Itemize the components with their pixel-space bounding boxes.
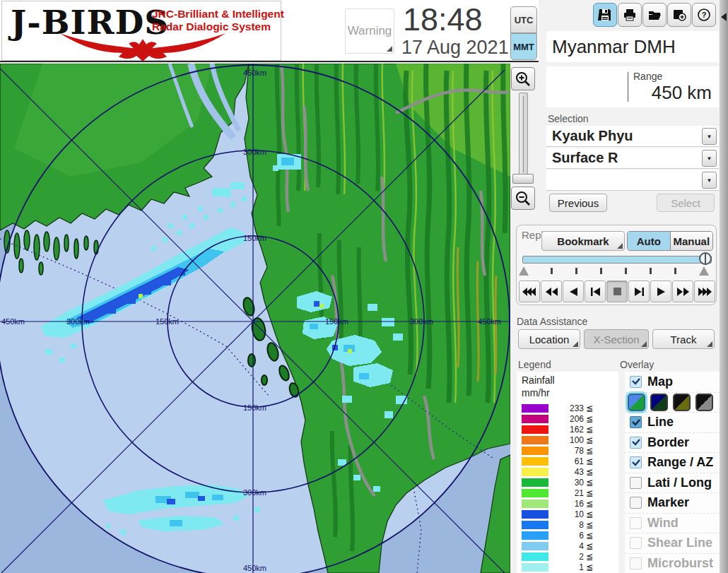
check-icon — [632, 419, 640, 426]
track-button[interactable]: Track — [652, 329, 715, 349]
eagle-logo-icon — [8, 33, 278, 62]
svg-text:300km: 300km — [66, 317, 90, 326]
legend-row: 21≦ — [517, 488, 618, 498]
timeline-end-marker[interactable] — [699, 266, 709, 276]
print-button[interactable] — [618, 3, 642, 27]
auto-mode-button[interactable]: Auto — [628, 232, 671, 250]
overlay-item-label: Line — [647, 415, 674, 430]
legend-value: 10 — [548, 509, 584, 519]
range-az-checkbox[interactable] — [630, 456, 642, 468]
legend-swatch — [522, 521, 548, 529]
selection-extra-dropdown[interactable]: ▼ — [546, 170, 719, 191]
panel-edge-strip[interactable] — [720, 0, 728, 573]
station-name: Myanmar DMH — [552, 36, 676, 58]
location-button[interactable]: Location — [518, 329, 580, 349]
map-zoom-slider-track[interactable] — [519, 93, 528, 176]
play-icon — [657, 288, 665, 296]
manual-mode-button[interactable]: Manual — [671, 232, 713, 250]
dropdown-arrow-button[interactable]: ▼ — [702, 128, 717, 145]
check-icon — [632, 439, 640, 446]
playback-stop-button[interactable] — [606, 280, 628, 302]
playback-play-reverse-button[interactable] — [563, 280, 584, 302]
legend-swatch — [522, 436, 548, 444]
legend-row: 2≦ — [517, 551, 618, 562]
legend-value: 162 — [548, 425, 584, 435]
replay-timeline-handle[interactable] — [699, 252, 712, 265]
map-style-swatch-2[interactable] — [650, 394, 668, 411]
map-zoom-slider-handle[interactable] — [512, 174, 534, 184]
line-checkbox[interactable] — [630, 416, 642, 428]
legend-scale: 233≦ 206≦ 162≦ 100≦ 78≦ 61≦ 43≦ 30≦ 21≦ … — [517, 403, 618, 572]
playback-fastest-rewind-button[interactable] — [519, 280, 540, 302]
overlay-item-border[interactable]: Border — [625, 432, 720, 453]
selection-site-dropdown[interactable]: Kyauk Phyu ▼ — [546, 126, 719, 147]
overlay-item-range-az[interactable]: Range / AZ — [625, 452, 720, 473]
wind-checkbox — [630, 517, 642, 529]
select-button[interactable]: Select — [657, 194, 715, 212]
legend-row: 206≦ — [517, 413, 618, 424]
map-style-swatch-4[interactable] — [695, 394, 713, 411]
legend-swatch — [522, 489, 548, 497]
border-checkbox[interactable] — [630, 437, 642, 449]
selection-site-value: Kyauk Phyu — [552, 128, 633, 144]
legend-row: 43≦ — [517, 466, 618, 477]
overlay-item-marker[interactable]: Marker — [625, 492, 720, 513]
overlay-item-line[interactable]: Line — [625, 412, 720, 432]
legend-suffix: ≦ — [586, 425, 593, 435]
timeline-start-marker[interactable] — [519, 266, 529, 276]
legend-row: 8≦ — [517, 519, 618, 530]
save-button[interactable] — [593, 3, 617, 27]
playback-step-back-button[interactable] — [585, 280, 606, 302]
dropdown-arrow-button[interactable]: ▼ — [702, 172, 717, 189]
legend-swatch — [522, 553, 548, 561]
legend-value: 233 — [548, 403, 584, 413]
playback-play-button[interactable] — [650, 280, 671, 302]
previous-button[interactable]: Previous — [549, 194, 607, 212]
map-zoom-in-button[interactable] — [511, 67, 535, 90]
svg-text:450km: 450km — [243, 564, 266, 572]
legend-title-line2: mm/hr — [522, 387, 550, 398]
help-button[interactable]: ? — [692, 3, 716, 27]
radar-map[interactable]: 450km 300km 150km 150km 300km 450km 450k… — [0, 64, 510, 573]
map-style-swatch-3[interactable] — [673, 394, 691, 411]
playback-step-forward-button[interactable] — [628, 280, 650, 302]
map-style-swatch-1[interactable] — [628, 394, 645, 411]
svg-text:150km: 150km — [243, 403, 266, 412]
replay-mode-toggle: Auto Manual — [627, 231, 713, 251]
legend-swatch — [522, 415, 548, 423]
collapse-panel-arrow-icon[interactable] — [721, 13, 727, 21]
legend-value: 78 — [548, 446, 584, 456]
selection-product-dropdown[interactable]: Surface R ▼ — [546, 148, 719, 169]
overlay-item-map[interactable]: Map — [625, 372, 720, 392]
legend-value: 16 — [548, 499, 584, 509]
selection-product-value: Surface R — [552, 150, 618, 166]
timezone-utc-button[interactable]: UTC — [510, 6, 537, 33]
range-label: Range — [633, 71, 662, 82]
overlay-item-lati-long[interactable]: Lati / Long — [625, 473, 720, 493]
replay-panel: Replay Bookmark Auto Manual — [516, 225, 717, 305]
bookmark-button[interactable]: Bookmark — [541, 231, 625, 251]
add-image-button[interactable] — [667, 3, 691, 27]
check-icon — [632, 378, 640, 385]
warning-button[interactable]: Warning — [345, 8, 394, 54]
timezone-mmt-button[interactable]: MMT — [510, 33, 537, 60]
playback-fast-forward-button[interactable] — [672, 280, 693, 302]
playback-fastest-forward-button[interactable] — [694, 280, 715, 302]
timeline-tick — [600, 268, 602, 274]
step-forward-icon — [635, 288, 644, 296]
marker-checkbox[interactable] — [630, 497, 642, 509]
svg-text:?: ? — [702, 11, 707, 19]
svg-text:150km: 150km — [243, 234, 266, 242]
legend-swatch — [522, 447, 548, 455]
legend-suffix: ≦ — [586, 414, 593, 424]
playback-fast-rewind-button[interactable] — [541, 280, 562, 302]
replay-timeline-track[interactable] — [522, 256, 712, 264]
map-checkbox[interactable] — [630, 376, 642, 388]
open-folder-button[interactable] — [642, 3, 667, 27]
x-section-button[interactable]: X-Section — [584, 329, 649, 349]
map-zoom-out-button[interactable] — [511, 187, 535, 210]
lati-long-checkbox[interactable] — [630, 477, 642, 489]
legend-swatch — [522, 478, 548, 487]
open-folder-icon — [647, 8, 662, 22]
dropdown-arrow-button[interactable]: ▼ — [702, 150, 717, 167]
